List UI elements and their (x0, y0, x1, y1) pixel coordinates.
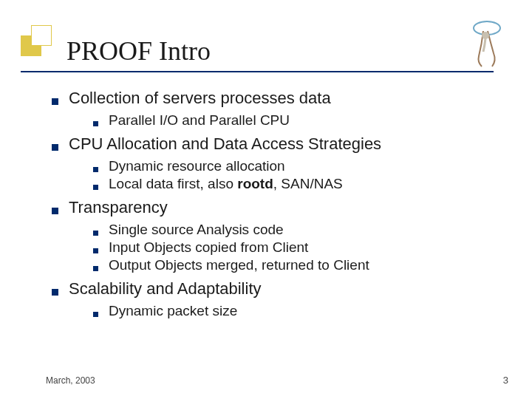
item-text: Output Objects merged, returned to Clien… (109, 257, 369, 273)
list-item: Dynamic packet size (93, 303, 502, 319)
section-heading: Collection of servers processes data (69, 89, 331, 108)
list-item: Input Objects copied from Client (93, 239, 502, 256)
bullet-icon (52, 208, 58, 214)
item-text: Input Objects copied from Client (109, 239, 308, 256)
list-item: Parallel I/O and Parallel CPU (93, 112, 502, 129)
list-item: Local data first, also rootd, SAN/NAS (93, 176, 502, 192)
bullet-icon (93, 121, 98, 126)
section: Transparency Single source Analysis code… (52, 198, 502, 273)
section-heading: Transparency (69, 198, 168, 217)
item-text: Parallel I/O and Parallel CPU (109, 112, 290, 129)
slide-title: PROOF Intro (66, 35, 211, 66)
section: Collection of servers processes data Par… (52, 89, 502, 129)
list-item: Single source Analysis code (93, 222, 502, 238)
title-underline (21, 71, 494, 72)
svg-point-1 (482, 32, 489, 39)
page-number: 3 (503, 375, 508, 386)
bullet-icon (93, 185, 98, 190)
item-text: Local data first, also rootd, SAN/NAS (109, 176, 343, 192)
bullet-icon (93, 167, 98, 172)
bullet-icon (93, 248, 98, 253)
item-text: Single source Analysis code (109, 222, 284, 238)
corner-decoration (21, 15, 61, 74)
bullet-icon (93, 312, 98, 317)
item-text: Dynamic resource allocation (109, 158, 285, 174)
bullet-icon (93, 266, 98, 271)
list-item: Output Objects merged, returned to Clien… (93, 257, 502, 273)
content-body: Collection of servers processes data Par… (52, 89, 502, 325)
footer-date: March, 2003 (46, 375, 95, 386)
list-item: Dynamic resource allocation (93, 158, 502, 174)
section: CPU Allocation and Data Access Strategie… (52, 134, 502, 192)
bullet-icon (52, 98, 58, 105)
section-heading: Scalability and Adaptability (69, 279, 262, 299)
item-text: Dynamic packet size (109, 303, 237, 319)
section-heading: CPU Allocation and Data Access Strategie… (69, 134, 381, 154)
logo-icon (466, 16, 508, 69)
bullet-icon (52, 289, 58, 296)
bullet-icon (93, 231, 98, 236)
bullet-icon (52, 144, 58, 151)
section: Scalability and Adaptability Dynamic pac… (52, 279, 502, 319)
